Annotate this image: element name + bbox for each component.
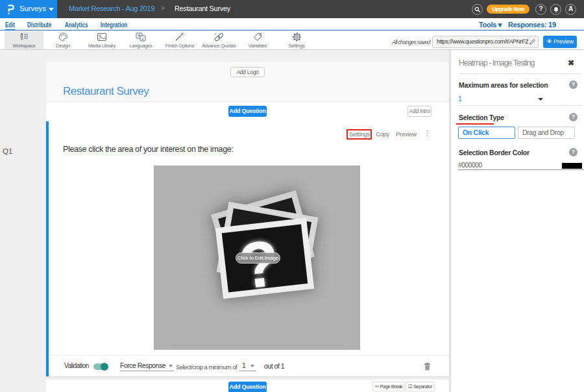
svg-text:?: ? <box>236 226 283 302</box>
svg-text:A: A <box>141 37 144 41</box>
